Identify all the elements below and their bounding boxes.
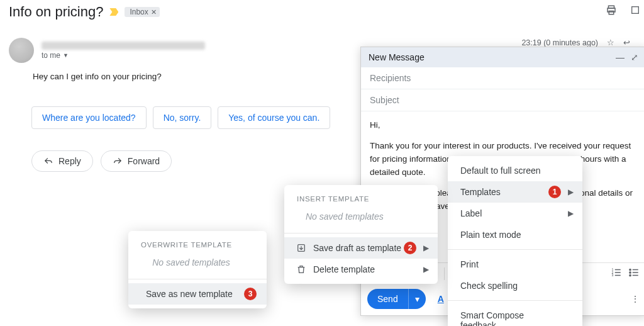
svg-point-11 (630, 272, 631, 273)
inbox-label-text: Inbox (130, 8, 148, 16)
overwrite-submenu: OVERWRITE TEMPLATE No saved templates Sa… (128, 231, 267, 308)
templates-submenu: INSERT TEMPLATE No saved templates Save … (284, 185, 438, 284)
no-saved-templates-text: No saved templates (128, 252, 267, 275)
thread-top-actions (605, 4, 641, 16)
reply-button[interactable]: Reply (31, 150, 93, 172)
forward-button[interactable]: Forward (101, 150, 172, 172)
menu-delete-template[interactable]: Delete template ▶ (284, 259, 438, 280)
recipients-field[interactable]: Recipients (361, 67, 644, 89)
overwrite-template-heading: OVERWRITE TEMPLATE (128, 235, 267, 252)
subject-field[interactable]: Subject (361, 89, 644, 111)
reply-arrow-icon (43, 157, 53, 166)
more-options-icon[interactable]: ⋮ (631, 294, 640, 304)
send-split-icon[interactable]: ▾ (408, 289, 426, 309)
menu-save-draft-template[interactable]: Save draft as template 2 ▶ (284, 237, 438, 259)
compose-header[interactable]: New Message — ⤢ (361, 47, 644, 67)
step-badge-2: 2 (404, 242, 416, 254)
important-marker-icon[interactable] (109, 8, 118, 16)
chevron-right-icon: ▶ (568, 209, 574, 218)
svg-point-10 (630, 269, 631, 270)
chevron-right-icon: ▶ (423, 244, 429, 252)
svg-rect-3 (632, 7, 639, 14)
text-format-icon[interactable]: A (435, 293, 447, 305)
send-button[interactable]: Send ▾ (367, 289, 426, 309)
step-badge-1: 1 (548, 186, 561, 198)
menu-plain-text[interactable]: Plain text mode (448, 224, 582, 245)
inbox-label-chip[interactable]: Inbox ✕ (125, 7, 159, 17)
chevron-down-icon: ▼ (63, 52, 69, 59)
menu-label[interactable]: Label ▶ (448, 203, 582, 224)
smart-reply-2[interactable]: No, sorry. (153, 106, 212, 129)
smart-reply-1[interactable]: Where are you located? (31, 106, 147, 129)
trash-icon (296, 264, 307, 274)
insert-template-heading: INSERT TEMPLATE (284, 189, 438, 206)
window-controls: — ⤢ (616, 52, 638, 62)
subject-row: Info on pricing? Inbox ✕ (9, 4, 644, 20)
menu-print[interactable]: Print (448, 254, 582, 275)
close-icon[interactable]: ✕ (151, 8, 157, 16)
avatar (9, 38, 34, 63)
bulleted-list-icon[interactable] (628, 267, 640, 280)
menu-default-fullscreen[interactable]: Default to full screen (448, 160, 582, 181)
save-icon (296, 243, 307, 253)
compose-title: New Message (369, 52, 616, 62)
smart-reply-3[interactable]: Yes, of course you can. (218, 106, 330, 129)
svg-point-12 (630, 274, 631, 276)
menu-smart-compose-feedback[interactable]: Smart Compose feedback (448, 305, 582, 326)
reply-icon[interactable]: ↩ (623, 38, 630, 47)
menu-templates[interactable]: Templates 1 ▶ (448, 181, 582, 203)
expand-icon[interactable]: ⤢ (631, 52, 638, 62)
to-line[interactable]: to me ▼ (42, 51, 205, 60)
email-subject: Info on pricing? (9, 4, 103, 20)
menu-save-as-new-template[interactable]: Save as new template 3 (128, 283, 267, 305)
email-timestamp: 23:19 (0 minutes ago) (521, 38, 598, 47)
chevron-right-icon: ▶ (423, 265, 429, 274)
popout-icon[interactable] (629, 4, 641, 16)
minimize-icon[interactable]: — (616, 52, 625, 62)
step-badge-3: 3 (244, 288, 257, 300)
svg-text:3: 3 (612, 273, 614, 277)
email-meta: 23:19 (0 minutes ago) ☆ ↩ (521, 38, 630, 47)
print-icon[interactable] (605, 4, 618, 16)
numbered-list-icon[interactable]: 123 (611, 267, 622, 280)
chevron-right-icon: ▶ (568, 188, 574, 196)
forward-arrow-icon (113, 157, 123, 166)
sender-name (42, 42, 205, 50)
no-saved-templates-text: No saved templates (284, 206, 438, 229)
menu-check-spelling[interactable]: Check spelling (448, 275, 582, 296)
compose-more-menu: Default to full screen Templates 1 ▶ Lab… (448, 156, 582, 326)
star-icon[interactable]: ☆ (607, 38, 614, 47)
